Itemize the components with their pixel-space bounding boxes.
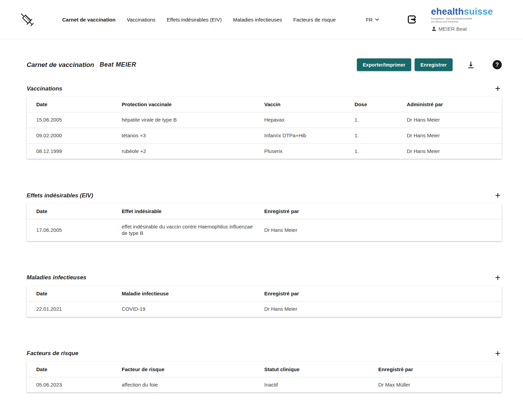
column-header-date: Date xyxy=(27,97,122,112)
cell-maladie: COVID-19 xyxy=(122,301,264,317)
column-header-enregistre-par: Enregistré par xyxy=(264,286,502,302)
cell-protection: hépatite virale de type B xyxy=(122,112,264,128)
cell-date: 05.06.2023 xyxy=(27,377,122,392)
column-header-dose: Dose xyxy=(354,97,407,112)
maladies-table-card: Date Maladie infectieuse Enregistré par … xyxy=(27,286,502,317)
cell-facteur: affection du foie xyxy=(122,377,264,392)
maladies-table: Date Maladie infectieuse Enregistré par … xyxy=(27,286,502,317)
logout-icon[interactable] xyxy=(407,14,418,25)
cell-date: 22.01.2021 xyxy=(27,301,122,317)
column-header-protection: Protection vaccinale xyxy=(122,97,264,112)
cell-vaccin: Hepavax xyxy=(264,112,354,128)
facteurs-table: Date Facteur de risque Statut clinique E… xyxy=(27,362,502,393)
table-row[interactable]: 15.06.2005 hépatite virale de type B Hep… xyxy=(27,112,502,128)
person-icon xyxy=(431,26,437,32)
section-title-facteurs-de-risque: Facteurs de risque xyxy=(27,350,78,357)
cell-administre-par: Dr Hans Meier xyxy=(407,143,502,159)
language-label: FR xyxy=(366,17,373,23)
column-header-facteur: Facteur de risque xyxy=(122,362,264,377)
nav-item-effets-indesirables[interactable]: Effets indésirables (EIV) xyxy=(167,17,222,23)
main-nav: Carnet de vaccination Vaccinations Effet… xyxy=(62,17,336,23)
table-row[interactable]: 05.06.2023 affection du foie Inactif Dr … xyxy=(27,377,502,392)
page-actions: Exporter/Imprimer Enregistrer ? xyxy=(357,58,502,71)
nav-item-carnet-de-vaccination[interactable]: Carnet de vaccination xyxy=(62,17,116,23)
save-button[interactable]: Enregistrer xyxy=(415,58,453,71)
effets-table-card: Date Effet indésirable Enregistré par 17… xyxy=(27,204,502,241)
table-header-row: Date Facteur de risque Statut clinique E… xyxy=(27,362,502,377)
syringe-icon xyxy=(18,10,36,29)
table-header-row: Date Maladie infectieuse Enregistré par xyxy=(27,286,502,302)
cell-dose: 1. xyxy=(354,128,407,143)
column-header-date: Date xyxy=(27,286,122,302)
add-vaccination-button[interactable]: + xyxy=(494,84,502,93)
section-effets-indesirables: Effets indésirables (EIV) + Date Effet i… xyxy=(27,191,502,241)
logo-part-suisse: suisse xyxy=(464,6,493,17)
vaccinations-table-card: Date Protection vaccinale Vaccin Dose Ad… xyxy=(27,97,502,159)
section-vaccinations: Vaccinations + Date Protection vaccinale… xyxy=(27,84,502,159)
logo-part-ehealth: ehealth xyxy=(431,6,464,17)
cell-vaccin: Pluserix xyxy=(264,143,354,159)
cell-enregistre-par: Dr Hans Meier xyxy=(264,219,502,241)
add-facteur-button[interactable]: + xyxy=(494,349,502,358)
cell-administre-par: Dr Hans Meier xyxy=(407,128,502,143)
column-header-administre-par: Administré par xyxy=(407,97,502,112)
patient-name: Beat MEIER xyxy=(99,61,136,68)
cell-vaccin: Infanrix DTPa+Hib xyxy=(264,128,354,143)
vaccinations-table: Date Protection vaccinale Vaccin Dose Ad… xyxy=(27,97,502,159)
logo-subtitle: Kompetenz- und Koordinationsstelle von B… xyxy=(431,17,472,24)
cell-dose: 1. xyxy=(354,143,407,159)
add-maladie-button[interactable]: + xyxy=(494,273,502,282)
cell-date: 17.06.2005 xyxy=(27,219,122,241)
cell-administre-par: Dr Hans Meier xyxy=(407,112,502,128)
column-header-enregistre-par: Enregistré par xyxy=(378,362,502,377)
user-menu[interactable]: MEIER Beat xyxy=(431,26,467,32)
cell-statut: Inactif xyxy=(264,377,378,392)
cell-protection: rubéole +2 xyxy=(122,143,264,159)
nav-item-vaccinations[interactable]: Vaccinations xyxy=(127,17,156,23)
section-facteurs-de-risque: Facteurs de risque + Date Facteur de ris… xyxy=(27,349,502,393)
column-header-vaccin: Vaccin xyxy=(264,97,354,112)
cell-date: 15.06.2005 xyxy=(27,112,122,128)
nav-item-facteurs-de-risque[interactable]: Facteurs de risque xyxy=(293,17,336,23)
cell-enregistre-par: Dr Hans Meier xyxy=(264,301,502,317)
help-icon[interactable]: ? xyxy=(493,60,502,69)
section-title-maladies-infectieuses: Maladies infectieuses xyxy=(27,274,86,281)
column-header-enregistre-par: Enregistré par xyxy=(264,204,502,219)
cell-effet: effet indésirable du vaccin contre Haemo… xyxy=(122,219,264,241)
section-title-vaccinations: Vaccinations xyxy=(27,85,62,92)
download-icon[interactable] xyxy=(466,60,475,69)
table-row[interactable]: 17.06.2005 effet indésirable du vaccin c… xyxy=(27,219,502,241)
cell-enregistre-par: Dr Max Müller xyxy=(378,377,502,392)
user-name: MEIER Beat xyxy=(439,26,467,32)
column-header-statut-clinique: Statut clinique xyxy=(264,362,378,377)
cell-date: 08.12.1999 xyxy=(27,143,122,159)
nav-item-maladies-infectieuses[interactable]: Maladies infectieuses xyxy=(233,17,282,23)
chevron-down-icon xyxy=(375,18,379,21)
language-selector[interactable]: FR xyxy=(366,17,379,23)
ehealthsuisse-logo: ehealthsuisse xyxy=(431,7,493,16)
column-header-maladie: Maladie infectieuse xyxy=(122,286,264,302)
section-maladies-infectieuses: Maladies infectieuses + Date Maladie inf… xyxy=(27,273,502,317)
table-header-row: Date Protection vaccinale Vaccin Dose Ad… xyxy=(27,97,502,112)
facteurs-table-card: Date Facteur de risque Statut clinique E… xyxy=(27,362,502,393)
add-effet-indesirable-button[interactable]: + xyxy=(494,191,502,200)
column-header-date: Date xyxy=(27,204,122,219)
table-header-row: Date Effet indésirable Enregistré par xyxy=(27,204,502,219)
page-title: Carnet de vaccination xyxy=(27,61,94,69)
section-title-effets-indesirables: Effets indésirables (EIV) xyxy=(27,192,93,199)
cell-dose: 1. xyxy=(354,112,407,128)
top-navbar: Carnet de vaccination Vaccinations Effet… xyxy=(0,0,523,39)
cell-date: 09.02.2000 xyxy=(27,128,122,143)
export-print-button[interactable]: Exporter/Imprimer xyxy=(357,58,411,71)
table-row[interactable]: 08.12.1999 rubéole +2 Pluserix 1. Dr Han… xyxy=(27,143,502,159)
cell-protection: tétanos +3 xyxy=(122,128,264,143)
main-content: Carnet de vaccination Beat MEIER Exporte… xyxy=(27,39,502,392)
table-row[interactable]: 09.02.2000 tétanos +3 Infanrix DTPa+Hib … xyxy=(27,128,502,143)
column-header-effet: Effet indésirable xyxy=(122,204,264,219)
column-header-date: Date xyxy=(27,362,122,377)
effets-table: Date Effet indésirable Enregistré par 17… xyxy=(27,204,502,241)
table-row[interactable]: 22.01.2021 COVID-19 Dr Hans Meier xyxy=(27,301,502,317)
logo-block: ehealthsuisse Kompetenz- und Koordinatio… xyxy=(431,7,507,32)
page-header: Carnet de vaccination Beat MEIER Exporte… xyxy=(27,58,502,71)
